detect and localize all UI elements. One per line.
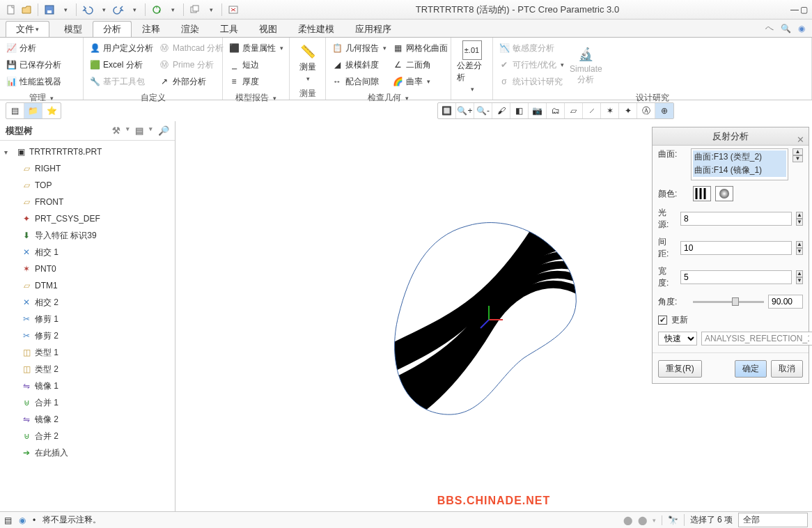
nav-tree-icon[interactable]: ▤: [6, 103, 24, 118]
open-icon[interactable]: [19, 3, 33, 17]
regen-drop-icon[interactable]: [165, 3, 179, 17]
selection-filter[interactable]: 全部: [738, 513, 808, 527]
tree-item[interactable]: ▱RIGHT: [0, 160, 175, 177]
color-zebra-black[interactable]: [693, 186, 711, 201]
tree-item[interactable]: ✦PRT_CSYS_DEF: [0, 210, 175, 227]
tab-analysis[interactable]: 分析: [93, 21, 132, 37]
windows-icon[interactable]: [188, 3, 202, 17]
surf-up-icon[interactable]: ▲: [793, 148, 803, 155]
surface-list[interactable]: 曲面:F13 (类型_2) 曲面:F14 (镜像_1): [691, 148, 788, 180]
width-input[interactable]: [680, 270, 792, 284]
tree-item[interactable]: ✂修剪 2: [0, 327, 175, 344]
btn-tolerance[interactable]: ±.01 公差分析: [457, 40, 487, 93]
nav-folder-icon[interactable]: 📁: [24, 103, 42, 118]
tab-view[interactable]: 视图: [249, 21, 288, 37]
tree-item[interactable]: ✂修剪 1: [0, 311, 175, 327]
tab-flex[interactable]: 柔性建模: [288, 21, 345, 37]
btn-dihedral[interactable]: ∠二面角: [392, 57, 448, 72]
width-down[interactable]: ▼: [796, 277, 803, 284]
redo-icon[interactable]: [111, 3, 125, 17]
group-check-geom[interactable]: 检查几何: [326, 92, 451, 104]
tree-item[interactable]: ⇋镜像 1: [0, 378, 175, 394]
tree-filter-icon[interactable]: ▤: [135, 125, 143, 136]
tree-item[interactable]: ⇋镜像 2: [0, 411, 175, 428]
tab-render[interactable]: 渲染: [171, 21, 210, 37]
datum-axis-icon[interactable]: ⟋: [583, 103, 601, 118]
cancel-button[interactable]: 取消: [771, 360, 803, 378]
spin-center-icon[interactable]: ⊕: [655, 103, 673, 118]
btn-mass-props[interactable]: ⬛质量属性: [228, 40, 283, 56]
zoom-fit-icon[interactable]: 🔲: [438, 103, 456, 118]
status-tree-icon[interactable]: ▤: [4, 515, 12, 525]
tab-apps[interactable]: 应用程序: [345, 21, 402, 37]
repaint-icon[interactable]: 🖌: [492, 103, 510, 118]
color-zebra-shade[interactable]: [715, 186, 733, 201]
collapse-ribbon-icon[interactable]: へ: [765, 22, 774, 34]
redo-drop-icon[interactable]: [127, 3, 141, 17]
btn-measure[interactable]: 📏 测量: [295, 40, 320, 84]
tree-item[interactable]: ✕相交 1: [0, 244, 175, 261]
light-up[interactable]: ▲: [796, 212, 803, 219]
spacing-up[interactable]: ▲: [796, 241, 803, 248]
group-model-report[interactable]: 模型报告: [223, 92, 289, 104]
zoom-in-icon[interactable]: 🔍+: [456, 103, 474, 118]
btn-saved-analysis[interactable]: 💾已保存分析: [6, 57, 61, 72]
disp-style-icon[interactable]: ◧: [510, 103, 529, 118]
datum-point-icon[interactable]: ✶: [601, 103, 619, 118]
tree-root[interactable]: ▾▣TRTRTRTRT8.PRT: [0, 143, 175, 160]
tree-search-icon[interactable]: 🔎: [158, 125, 169, 136]
model-tree[interactable]: ▾▣TRTRTRTRT8.PRT ▱RIGHT▱TOP▱FRONT✦PRT_CS…: [0, 141, 175, 511]
tree-settings-icon[interactable]: ⚒: [112, 125, 120, 136]
mode-select[interactable]: 快速: [658, 332, 697, 345]
btn-external[interactable]: ↗外部分析: [159, 74, 224, 89]
status-browser-icon[interactable]: ◉: [19, 515, 26, 525]
status-rec1-icon[interactable]: ⬤: [623, 515, 632, 525]
zoom-out-icon[interactable]: 🔍-: [474, 103, 492, 118]
btn-geom-report[interactable]: 📋几何报告: [331, 40, 387, 56]
tab-annotate[interactable]: 注释: [132, 21, 171, 37]
status-rec2-icon[interactable]: ⬤: [638, 515, 647, 525]
tree-item[interactable]: ✶PNT0: [0, 261, 175, 277]
tree-item[interactable]: ◫类型 1: [0, 344, 175, 361]
datum-plane-icon[interactable]: ▱: [565, 103, 583, 118]
nav-fav-icon[interactable]: ⭐: [42, 103, 61, 118]
tree-item[interactable]: ◫类型 2: [0, 361, 175, 378]
tree-item[interactable]: ▱FRONT: [0, 194, 175, 210]
minimize-icon[interactable]: —: [790, 5, 799, 15]
surf-down-icon[interactable]: ▼: [793, 155, 803, 162]
maximize-icon[interactable]: ▢: [800, 5, 808, 15]
analysis-name-input[interactable]: [701, 332, 812, 345]
tree-item[interactable]: ⬇导入特征 标识39: [0, 227, 175, 244]
light-down[interactable]: ▼: [796, 219, 803, 226]
new-icon[interactable]: [4, 3, 18, 17]
find-icon[interactable]: 🔭: [662, 515, 678, 525]
regen-icon[interactable]: [150, 3, 164, 17]
btn-short-edge[interactable]: ⎯短边: [228, 57, 283, 72]
tab-file[interactable]: 文件: [6, 21, 49, 37]
close-window-icon[interactable]: [226, 3, 240, 17]
btn-analysis[interactable]: 📈分析: [6, 40, 61, 56]
btn-uda[interactable]: 👤用户定义分析: [89, 40, 153, 56]
spacing-down[interactable]: ▼: [796, 248, 803, 255]
tree-item[interactable]: ➔在此插入: [0, 444, 175, 461]
undo-icon[interactable]: [81, 3, 95, 17]
datum-csys-icon[interactable]: ✦: [619, 103, 637, 118]
tree-item[interactable]: ⊎合并 1: [0, 394, 175, 411]
btn-perf-monitor[interactable]: 📊性能监视器: [6, 74, 61, 89]
width-up[interactable]: ▲: [796, 270, 803, 277]
tree-item[interactable]: ⊎合并 2: [0, 428, 175, 444]
help-search-icon[interactable]: 🔍: [781, 24, 791, 33]
saved-view-icon[interactable]: 📷: [529, 103, 547, 118]
btn-curvature[interactable]: 🌈曲率: [392, 74, 448, 89]
spacing-input[interactable]: [680, 241, 792, 255]
save-drop-icon[interactable]: [58, 3, 72, 17]
update-checkbox[interactable]: ✔: [658, 316, 667, 325]
tree-item[interactable]: ✕相交 2: [0, 294, 175, 311]
ok-button[interactable]: 确定: [735, 360, 767, 378]
btn-mesh-surf[interactable]: ▦网格化曲面: [392, 40, 448, 56]
tab-model[interactable]: 模型: [54, 21, 93, 37]
btn-excel[interactable]: 🟩Excel 分析: [89, 57, 153, 72]
settings-icon[interactable]: ◉: [798, 24, 805, 33]
light-input[interactable]: [680, 212, 792, 226]
tree-item[interactable]: ▱TOP: [0, 177, 175, 194]
